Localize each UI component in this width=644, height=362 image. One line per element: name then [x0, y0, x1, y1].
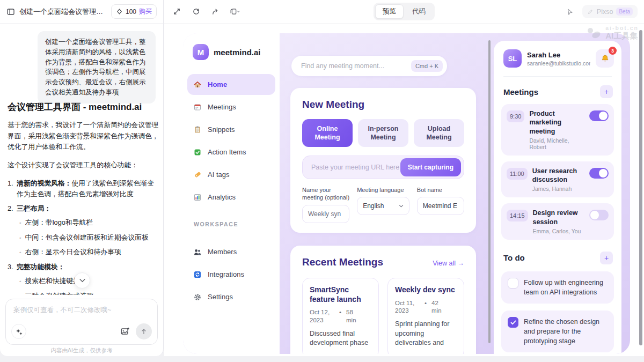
notification-count-badge: 3: [609, 47, 617, 55]
meeting-toggle[interactable]: [589, 210, 609, 220]
pixso-button[interactable]: Pixso Beta: [582, 5, 638, 18]
composer-input[interactable]: 案例仅可查看，不可二次修改哦~: [6, 299, 157, 321]
fullscreen-button[interactable]: [171, 6, 182, 18]
online-meeting-button[interactable]: Online Meeting: [302, 119, 353, 147]
todo-checkbox[interactable]: [508, 278, 518, 289]
sparkle-icon: [15, 328, 23, 336]
chat-header: 创建一个桌面端会议管理工具，整体... 100 购买: [0, 0, 163, 24]
beta-badge: Beta: [616, 8, 633, 16]
pencil-icon: [587, 9, 594, 15]
in-person-meeting-button[interactable]: In-person Meeting: [358, 119, 408, 147]
new-meeting-card: New Meeting Online Meeting In-person Mee…: [290, 88, 476, 233]
view-all-link[interactable]: View all →: [433, 260, 464, 267]
start-capturing-button[interactable]: Start capturing: [400, 158, 461, 176]
sidebar-item-ai-tags[interactable]: AI tags: [187, 164, 275, 185]
search-input[interactable]: Find any meeting moment...: [301, 62, 411, 70]
send-button[interactable]: [136, 323, 152, 339]
sub-list-item: ◦左侧：带logo和导航栏: [8, 217, 159, 228]
sidebar-item-members[interactable]: Members: [187, 241, 275, 262]
check-icon: [510, 320, 516, 325]
user-profile: SL Sarah Lee saranlee@tubikstudio.com 3: [494, 41, 621, 75]
sidebar-item-home[interactable]: Home: [187, 74, 275, 95]
answer-paragraph: 这个设计实现了会议管理工具的核心功能：: [8, 160, 159, 171]
bell-icon: [601, 54, 610, 63]
gear-icon: [193, 293, 202, 301]
todo-list-item[interactable]: Follow up with engineering team on API i…: [501, 271, 614, 304]
recent-meetings-title: Recent Meetings: [302, 256, 383, 268]
buy-link[interactable]: 购买: [139, 7, 152, 16]
app-right-panel: SL Sarah Lee saranlee@tubikstudio.com 3 …: [494, 41, 621, 354]
scrollbar[interactable]: [639, 30, 642, 345]
inspect-cursor-button[interactable]: [564, 6, 576, 18]
scrollbar[interactable]: [488, 40, 491, 343]
sidebar-item-action-items[interactable]: Action Items: [187, 142, 275, 162]
cursor-icon: [566, 8, 574, 16]
chevron-down-icon: [399, 204, 404, 208]
meeting-date: Oct 11, 2023: [395, 299, 420, 315]
todo-section-title: To do: [503, 253, 525, 262]
meeting-toggle[interactable]: [589, 168, 609, 179]
list-item: 2. 三栏布局：: [8, 203, 159, 214]
integrations-icon: [193, 270, 202, 279]
meeting-time-badge: 14:15: [507, 210, 528, 221]
device-icon: [229, 8, 240, 16]
sidebar-item-snippets[interactable]: Snippets: [187, 119, 275, 140]
meeting-list-item[interactable]: 11:00 User research discussion James, Ha…: [501, 161, 614, 198]
workspace-section-label: WORKSPACE: [194, 221, 280, 227]
meeting-list-item[interactable]: 9:30 Product marketing meeting David, Mi…: [501, 104, 614, 156]
meeting-url-row: Paste your meeting URL here Start captur…: [302, 156, 464, 179]
upload-meeting-button[interactable]: Upload Meeting: [414, 119, 464, 147]
image-add-icon: [120, 327, 130, 336]
meeting-search-bar[interactable]: Find any meeting moment... Cmd + K: [291, 56, 447, 76]
app-preview: M meetmind.ai Home Meetings: [183, 33, 630, 354]
tab-code[interactable]: 代码: [405, 4, 433, 19]
composer[interactable]: 案例仅可查看，不可二次修改哦~: [5, 299, 158, 345]
sidebar-item-meetings[interactable]: Meetings: [187, 97, 275, 117]
new-meeting-title: New Meeting: [302, 99, 464, 110]
add-todo-button[interactable]: +: [600, 252, 613, 264]
list-item: 1. 清新的视觉风格：使用了浅紫色到深紫色渐变作为主色调，搭配白色元素增强对比度: [8, 178, 159, 200]
meeting-toggle[interactable]: [589, 110, 609, 121]
bot-name-label: Bot name: [417, 186, 464, 194]
bar-chart-icon: [193, 193, 202, 202]
refresh-button[interactable]: [190, 6, 202, 18]
meeting-card[interactable]: SmartSync feature launch Oct 12, 2023 • …: [302, 278, 379, 354]
meeting-summary: Discussed final development phase: [310, 329, 371, 348]
sidebar-item-analytics[interactable]: Analytics: [187, 187, 275, 208]
ai-disclaimer: 内容由AI生成，仅供参考: [0, 347, 163, 354]
sub-list-item: ◦三种会议创建方式选项: [8, 291, 159, 295]
members-icon: [193, 248, 202, 256]
app-name: meetmind.ai: [214, 48, 261, 57]
meeting-name-input[interactable]: Weekly syn: [302, 205, 349, 223]
share-button[interactable]: [209, 6, 221, 18]
add-image-button[interactable]: [119, 325, 131, 338]
chat-panel: 创建一个桌面端会议管理工具，整体... 100 购买 创建一个桌面端会议管理工具…: [0, 0, 164, 356]
home-icon: [193, 80, 202, 89]
scroll-down-button[interactable]: [74, 272, 90, 289]
sidebar-toggle-icon[interactable]: [6, 8, 15, 16]
meeting-duration: 58 min: [346, 308, 362, 324]
sidebar-item-settings[interactable]: Settings: [187, 286, 275, 307]
ai-sparkle-button[interactable]: [11, 324, 26, 339]
meeting-list-item[interactable]: 14:15 Design review session Emma, Carlos…: [501, 203, 614, 240]
assistant-message: 会议管理工具界面 - meetmind.ai 基于您的需求，我设计了一个清新简约…: [8, 99, 159, 295]
app-main-column: Find any meeting moment... Cmd + K New M…: [290, 33, 478, 354]
meeting-time-badge: 11:00: [507, 168, 528, 180]
meeting-language-select[interactable]: English: [357, 197, 409, 215]
meeting-url-input[interactable]: Paste your meeting URL here: [311, 164, 400, 171]
bot-name-input[interactable]: Meetmind E: [417, 197, 464, 215]
sidebar-item-integrations[interactable]: Integrations: [187, 264, 275, 285]
notifications-button[interactable]: 3: [596, 49, 614, 68]
todo-checkbox[interactable]: [508, 317, 518, 328]
device-switch-button[interactable]: [229, 6, 240, 18]
meeting-card[interactable]: Weekly dev sync Oct 11, 2023 • 42 min Sp…: [387, 278, 464, 354]
add-meeting-button[interactable]: +: [600, 85, 613, 98]
meeting-time-badge: 9:30: [507, 110, 524, 122]
tab-preview[interactable]: 预览: [375, 4, 404, 19]
todo-list-item[interactable]: Refine the chosen design and prepare for…: [501, 311, 614, 352]
list-item: 3. 完整功能模块：: [8, 262, 159, 272]
conversation-title: 创建一个桌面端会议管理工具，整体...: [19, 7, 107, 17]
arrow-up-icon: [140, 328, 148, 335]
ai-bot-logo-icon: [586, 27, 602, 40]
credits-badge[interactable]: 100 购买: [111, 4, 157, 19]
